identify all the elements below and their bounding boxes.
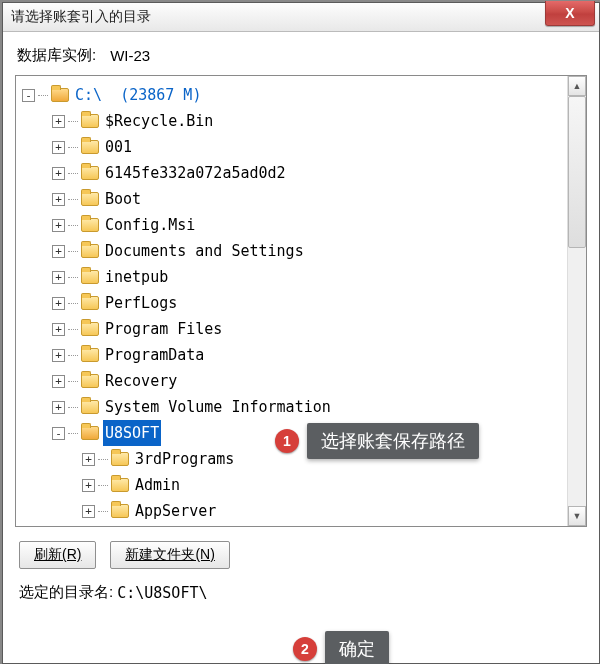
folder-icon — [81, 218, 99, 232]
scroll-thumb[interactable] — [568, 96, 586, 248]
expander-icon[interactable]: + — [82, 453, 95, 466]
folder-icon — [81, 426, 99, 440]
tree-item-label: $Recycle.Bin — [103, 108, 215, 134]
expander-icon[interactable]: + — [52, 115, 65, 128]
folder-icon — [111, 452, 129, 466]
tree-item-label: AppServerLogs — [133, 524, 254, 526]
tree-item-label: Admin — [133, 472, 182, 498]
tree-item-selected: U8SOFT — [103, 420, 161, 446]
dialog-window: 请选择账套引入的目录 X 数据库实例: WI-23 -C:\ (23867 M)… — [2, 2, 600, 664]
tree-node[interactable]: +Boot — [22, 186, 586, 212]
tree-root-label: C:\ (23867 M) — [73, 82, 203, 108]
tree-node[interactable]: +001 — [22, 134, 586, 160]
new-folder-button[interactable]: 新建文件夹(N) — [110, 541, 229, 569]
directory-tree[interactable]: -C:\ (23867 M)+$Recycle.Bin+001+6145fe33… — [15, 75, 587, 527]
window-title: 请选择账套引入的目录 — [11, 8, 151, 26]
callout-tip-2: 确定 — [325, 631, 389, 664]
tree-item-label: Program Files — [103, 316, 224, 342]
folder-icon — [81, 374, 99, 388]
expander-icon[interactable]: + — [52, 193, 65, 206]
folder-icon — [81, 400, 99, 414]
expander-icon[interactable]: - — [22, 89, 35, 102]
close-icon: X — [565, 5, 574, 21]
folder-icon — [111, 478, 129, 492]
callout-badge-2: 2 — [293, 637, 317, 661]
folder-icon — [81, 348, 99, 362]
selected-dir-label: 选定的目录名: — [19, 583, 113, 602]
db-instance-row: 数据库实例: WI-23 — [15, 42, 587, 75]
tree-node[interactable]: +Recovery — [22, 368, 586, 394]
tree-node[interactable]: +Config.Msi — [22, 212, 586, 238]
callout-tip-1: 选择账套保存路径 — [307, 423, 479, 459]
tree-item-label: System Volume Information — [103, 394, 333, 420]
tree-node[interactable]: +AppServer — [22, 498, 586, 524]
tree-item-label: PerfLogs — [103, 290, 179, 316]
expander-icon[interactable]: + — [82, 505, 95, 518]
titlebar: 请选择账套引入的目录 — [3, 3, 599, 32]
expander-icon[interactable]: + — [52, 141, 65, 154]
folder-icon — [81, 140, 99, 154]
folder-icon — [81, 270, 99, 284]
expander-icon[interactable]: + — [82, 479, 95, 492]
scroll-up-icon[interactable]: ▲ — [568, 76, 586, 96]
tree-item-label: 6145fe332a072a5ad0d2 — [103, 160, 288, 186]
tree-item-label: Documents and Settings — [103, 238, 306, 264]
folder-icon — [81, 296, 99, 310]
expander-icon[interactable]: + — [52, 271, 65, 284]
folder-icon — [81, 322, 99, 336]
folder-icon — [81, 244, 99, 258]
expander-icon[interactable]: + — [52, 323, 65, 336]
tree-item-label: Recovery — [103, 368, 179, 394]
tree-item-label: inetpub — [103, 264, 170, 290]
tree-node[interactable]: +ProgramData — [22, 342, 586, 368]
db-instance-label: 数据库实例: — [17, 46, 96, 65]
tree-node[interactable]: +Program Files — [22, 316, 586, 342]
expander-icon[interactable]: + — [52, 349, 65, 362]
tree-node[interactable]: +Admin — [22, 472, 586, 498]
folder-icon — [81, 192, 99, 206]
tree-node[interactable]: +6145fe332a072a5ad0d2 — [22, 160, 586, 186]
tree-node[interactable]: +PerfLogs — [22, 290, 586, 316]
expander-icon[interactable]: - — [52, 427, 65, 440]
close-button[interactable]: X — [545, 1, 595, 26]
tree-node[interactable]: +AppServerLogs — [22, 524, 586, 526]
tree-item-label: AppServer — [133, 498, 218, 524]
tree-item-label: ProgramData — [103, 342, 206, 368]
tree-item-label: Config.Msi — [103, 212, 197, 238]
scroll-down-icon[interactable]: ▼ — [568, 506, 586, 526]
folder-icon — [111, 504, 129, 518]
tree-node[interactable]: +$Recycle.Bin — [22, 108, 586, 134]
db-instance-value: WI-23 — [110, 47, 150, 64]
tree-node[interactable]: +System Volume Information — [22, 394, 586, 420]
expander-icon[interactable]: + — [52, 297, 65, 310]
folder-icon — [81, 114, 99, 128]
callout-2: 2 确定 — [293, 631, 389, 664]
refresh-button[interactable]: 刷新(R) — [19, 541, 96, 569]
folder-icon — [81, 166, 99, 180]
tree-item-label: 3rdPrograms — [133, 446, 236, 472]
folder-icon — [51, 88, 69, 102]
expander-icon[interactable]: + — [52, 167, 65, 180]
tree-node[interactable]: +inetpub — [22, 264, 586, 290]
scrollbar[interactable]: ▲ ▼ — [567, 76, 586, 526]
tree-node[interactable]: -C:\ (23867 M) — [22, 82, 586, 108]
expander-icon[interactable]: + — [52, 401, 65, 414]
selected-dir-row: 选定的目录名: C:\U8SOFT\ — [15, 579, 587, 602]
expander-icon[interactable]: + — [52, 375, 65, 388]
tree-node[interactable]: +Documents and Settings — [22, 238, 586, 264]
selected-dir-value: C:\U8SOFT\ — [117, 584, 207, 602]
callout-1: 1 选择账套保存路径 — [275, 423, 479, 459]
expander-icon[interactable]: + — [52, 245, 65, 258]
tree-item-label: 001 — [103, 134, 134, 160]
tree-item-label: Boot — [103, 186, 143, 212]
callout-badge-1: 1 — [275, 429, 299, 453]
expander-icon[interactable]: + — [52, 219, 65, 232]
